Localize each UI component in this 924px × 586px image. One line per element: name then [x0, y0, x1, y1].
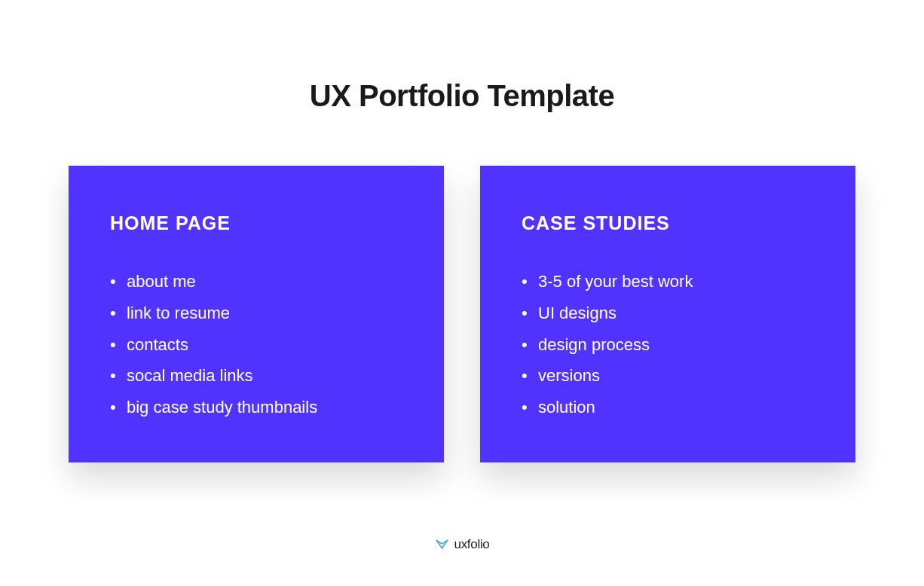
list-item: big case study thumbnails	[127, 392, 402, 423]
list-item: socal media links	[127, 360, 402, 392]
footer-brand-text: uxfolio	[454, 537, 489, 552]
uxfolio-logo-icon	[434, 537, 449, 552]
list-item: contacts	[127, 329, 402, 361]
card-header: HOME PAGE	[110, 212, 402, 234]
card-header: CASE STUDIES	[522, 212, 814, 234]
card-home-page: HOME PAGE about me link to resume contac…	[69, 166, 444, 462]
list-item: design process	[538, 329, 814, 361]
card-list: about me link to resume contacts socal m…	[110, 266, 402, 423]
list-item: 3-5 of your best work	[538, 266, 814, 298]
footer-brand: uxfolio	[434, 537, 489, 552]
page-title: UX Portfolio Template	[310, 79, 614, 113]
card-list: 3-5 of your best work UI designs design …	[522, 266, 814, 423]
card-case-studies: CASE STUDIES 3-5 of your best work UI de…	[480, 166, 855, 462]
list-item: versions	[538, 360, 814, 392]
list-item: solution	[538, 392, 814, 423]
cards-container: HOME PAGE about me link to resume contac…	[69, 166, 855, 462]
list-item: link to resume	[127, 298, 402, 329]
list-item: about me	[127, 266, 402, 298]
list-item: UI designs	[538, 298, 814, 329]
